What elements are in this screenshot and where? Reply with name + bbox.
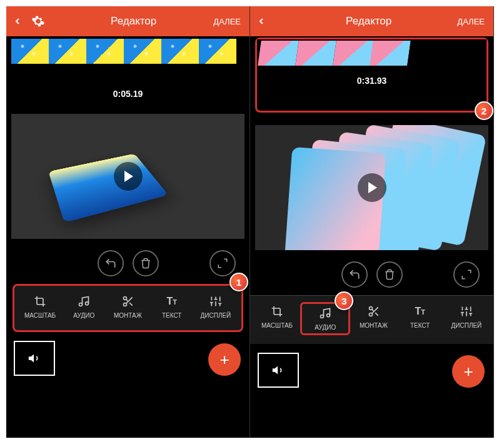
tool-label: МАСШТАБ xyxy=(24,312,56,319)
plus-icon: + xyxy=(219,350,229,370)
tool-label: ТЕКСТ xyxy=(410,322,430,329)
timeline-thumb[interactable] xyxy=(161,39,199,64)
screenshot-right: Редактор ДАЛЕЕ 0:31.93 2 xyxy=(250,6,494,438)
scissors-icon xyxy=(368,305,380,318)
bottom-row: + xyxy=(6,332,249,385)
play-button[interactable] xyxy=(358,173,386,202)
header-title: Редактор xyxy=(54,15,213,28)
scissors-icon xyxy=(122,295,134,308)
tool-label: ТЕКСТ xyxy=(162,312,182,319)
play-button[interactable] xyxy=(114,162,143,191)
action-row xyxy=(250,256,493,295)
delete-button[interactable] xyxy=(133,250,159,276)
tool-audio[interactable]: АУДИО xyxy=(62,292,106,321)
action-row xyxy=(6,245,249,284)
tool-scale[interactable]: МАСШТАБ xyxy=(18,292,62,321)
delete-button[interactable] xyxy=(376,261,403,288)
text-icon: TT xyxy=(166,295,177,308)
text-icon: TT xyxy=(415,305,425,318)
playhead-marker xyxy=(6,66,249,80)
annotation-badge-1: 1 xyxy=(229,273,248,291)
svg-marker-33 xyxy=(273,366,278,375)
timeline-thumb[interactable] xyxy=(408,41,448,66)
svg-point-17 xyxy=(321,315,324,318)
tool-label: ДИСПЛЕЙ xyxy=(451,322,482,329)
tool-display[interactable]: ДИСПЛЕЙ xyxy=(194,292,238,321)
video-preview[interactable] xyxy=(255,125,488,250)
preview-frame xyxy=(48,154,168,223)
fullscreen-button[interactable] xyxy=(209,250,236,276)
svg-point-0 xyxy=(79,303,83,306)
timeline-thumb[interactable] xyxy=(49,39,86,64)
crop-icon xyxy=(271,305,283,318)
svg-line-6 xyxy=(126,300,128,301)
tool-label: МОНТАЖ xyxy=(114,312,142,319)
tool-montage[interactable]: МОНТАЖ xyxy=(106,292,149,321)
svg-marker-16 xyxy=(29,355,34,363)
music-icon xyxy=(319,306,331,320)
timecode: 0:31.93 xyxy=(257,67,486,88)
tool-display[interactable]: ДИСПЛЕЙ xyxy=(443,302,490,335)
tool-label: АУДИО xyxy=(315,324,336,331)
timeline-highlighted-wrapper: 0:31.93 2 xyxy=(250,38,493,113)
header: Редактор ДАЛЕЕ xyxy=(6,6,249,36)
svg-point-18 xyxy=(327,314,330,317)
video-preview[interactable] xyxy=(11,114,244,239)
screenshot-left: Редактор ДАЛЕЕ 0:05.19 МАСШТАБ xyxy=(6,6,250,438)
timeline-thumb[interactable] xyxy=(199,39,236,64)
next-button[interactable]: ДАЛЕЕ xyxy=(213,17,241,26)
timeline-thumb[interactable] xyxy=(124,39,161,64)
toolbar: МАСШТАБ АУДИО 3 МОНТАЖ TT ТЕКСТ ДИСПЛЕЙ xyxy=(250,295,493,344)
sliders-icon xyxy=(460,305,473,318)
tool-label: МАСШТАБ xyxy=(261,322,293,329)
add-button[interactable]: + xyxy=(208,343,241,376)
timeline[interactable] xyxy=(257,39,486,67)
timecode: 0:05.19 xyxy=(6,80,249,101)
tool-text[interactable]: TT ТЕКСТ xyxy=(150,292,194,321)
volume-icon xyxy=(271,363,285,377)
add-button[interactable]: + xyxy=(452,355,485,388)
undo-button[interactable] xyxy=(341,261,368,288)
timeline-thumb[interactable] xyxy=(295,41,336,66)
tool-label: ДИСПЛЕЙ xyxy=(201,312,231,319)
svg-line-5 xyxy=(129,303,133,306)
fullscreen-button[interactable] xyxy=(453,261,480,288)
tool-montage[interactable]: МОНТАЖ xyxy=(350,302,396,335)
timeline-thumb[interactable] xyxy=(258,41,298,66)
bottom-row: + xyxy=(250,344,493,396)
timeline[interactable] xyxy=(6,36,249,66)
sound-track-item[interactable] xyxy=(258,353,299,388)
timeline-thumb[interactable] xyxy=(11,39,49,64)
tool-audio-highlighted[interactable]: АУДИО 3 xyxy=(300,302,350,335)
gear-icon[interactable] xyxy=(31,14,54,28)
back-icon[interactable] xyxy=(256,16,275,26)
next-button[interactable]: ДАЛЕЕ xyxy=(457,17,485,26)
timeline-thumb[interactable] xyxy=(86,39,124,64)
music-icon xyxy=(78,295,90,308)
svg-line-23 xyxy=(371,310,373,311)
toolbar-highlighted: МАСШТАБ АУДИО МОНТАЖ TT ТЕКСТ ДИСПЛЕЙ xyxy=(13,284,243,332)
svg-point-1 xyxy=(86,302,89,305)
undo-button[interactable] xyxy=(98,250,124,276)
timeline-thumb[interactable] xyxy=(445,41,485,66)
plus-icon: + xyxy=(463,362,473,381)
crop-icon xyxy=(34,295,46,308)
annotation-badge-2: 2 xyxy=(475,101,493,120)
header-title: Редактор xyxy=(280,15,457,28)
tool-text[interactable]: TT ТЕКСТ xyxy=(397,302,443,335)
sliders-icon xyxy=(209,295,222,308)
timeline-thumb[interactable] xyxy=(333,41,373,66)
tool-label: МОНТАЖ xyxy=(360,322,388,329)
back-icon[interactable] xyxy=(13,16,31,26)
tool-label: АУДИО xyxy=(73,312,94,319)
tool-scale[interactable]: МАСШТАБ xyxy=(254,302,300,335)
volume-icon xyxy=(28,351,41,365)
header: Редактор ДАЛЕЕ xyxy=(250,6,493,36)
svg-line-22 xyxy=(375,313,378,316)
timeline-thumb[interactable] xyxy=(370,41,411,66)
sound-track-item[interactable] xyxy=(14,341,55,376)
